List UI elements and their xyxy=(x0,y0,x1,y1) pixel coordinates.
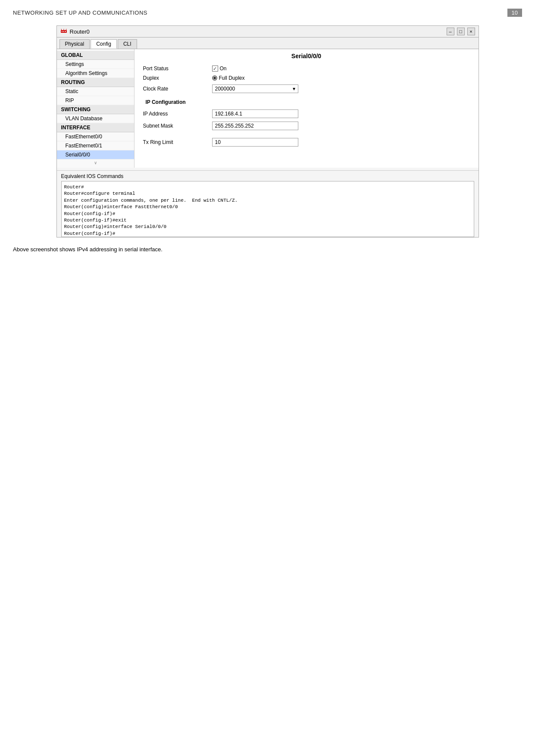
clock-rate-dropdown[interactable]: 2000000 ▾ xyxy=(212,84,298,93)
terminal-box[interactable]: Router# Router#configure terminal Enter … xyxy=(61,181,474,237)
subnet-mask-value[interactable]: 255.255.255.252 xyxy=(212,122,298,130)
duplex-value: Full Duplex xyxy=(219,75,245,81)
sidebar-item-fastethernet0-1[interactable]: FastEthernet0/1 xyxy=(57,141,134,150)
title-bar: Router0 – □ × xyxy=(57,26,479,37)
window-body: GLOBAL Settings Algorithm Settings ROUTI… xyxy=(57,49,479,168)
sidebar-item-algorithm-settings[interactable]: Algorithm Settings xyxy=(57,69,134,78)
duplex-radio[interactable]: Full Duplex xyxy=(212,75,470,81)
sidebar-item-settings[interactable]: Settings xyxy=(57,60,134,69)
dropdown-arrow-icon: ▾ xyxy=(293,86,295,92)
ip-address-value[interactable]: 192.168.4.1 xyxy=(212,109,298,118)
tx-ring-label: Tx Ring Limit xyxy=(141,136,210,148)
clock-rate-label: Clock Rate xyxy=(141,83,210,95)
sidebar-section-routing: ROUTING xyxy=(57,78,134,87)
maximize-button[interactable]: □ xyxy=(457,28,465,35)
port-status-row: Port Status ✓ On xyxy=(141,64,472,73)
svg-point-1 xyxy=(61,31,62,32)
config-table: Port Status ✓ On Duplex Full Duple xyxy=(141,64,472,148)
sidebar-item-static[interactable]: Static xyxy=(57,87,134,96)
page-header: NETWORKING SET UP AND COMMUNICATIONS 10 xyxy=(13,9,522,17)
router-window: Router0 – □ × Physical Config CLI GLOBAL… xyxy=(56,25,479,237)
ip-address-row: IP Address 192.168.4.1 xyxy=(141,108,472,120)
equivalent-label: Equivalent IOS Commands xyxy=(61,173,474,179)
scroll-indicator: ∨ xyxy=(57,159,134,166)
equivalent-section: Equivalent IOS Commands Router# Router#c… xyxy=(57,170,479,237)
svg-line-6 xyxy=(66,29,66,30)
duplex-row: Duplex Full Duplex xyxy=(141,73,472,83)
page-title: NETWORKING SET UP AND COMMUNICATIONS xyxy=(13,9,147,16)
title-bar-left: Router0 xyxy=(60,28,90,35)
svg-point-2 xyxy=(63,31,64,32)
router-icon xyxy=(60,28,67,35)
checkbox-icon[interactable]: ✓ xyxy=(212,66,218,72)
port-status-label: Port Status xyxy=(141,64,210,73)
window-title: Router0 xyxy=(70,28,90,35)
tx-ring-row: Tx Ring Limit 10 xyxy=(141,136,472,148)
minimize-button[interactable]: – xyxy=(447,28,454,35)
tx-ring-value[interactable]: 10 xyxy=(212,138,298,147)
port-status-checkbox[interactable]: ✓ On xyxy=(212,66,470,72)
sidebar-item-serial0-0-0[interactable]: Serial0/0/0 xyxy=(57,150,134,159)
sidebar-item-rip[interactable]: RIP xyxy=(57,96,134,105)
duplex-label: Duplex xyxy=(141,73,210,83)
ip-address-label: IP Address xyxy=(141,108,210,120)
right-panel: Serial0/0/0 Port Status ✓ On Duplex xyxy=(135,49,479,168)
tab-bar: Physical Config CLI xyxy=(57,37,479,49)
subnet-mask-label: Subnet Mask xyxy=(141,120,210,132)
tab-cli[interactable]: CLI xyxy=(118,39,137,49)
ip-config-label: IP Configuration xyxy=(143,97,470,106)
sidebar-section-global: GLOBAL xyxy=(57,51,134,60)
duplex-radio-dot xyxy=(212,75,217,81)
subnet-mask-row: Subnet Mask 255.255.255.252 xyxy=(141,120,472,132)
tab-physical[interactable]: Physical xyxy=(59,39,90,49)
port-status-value: On xyxy=(220,66,227,72)
tab-config[interactable]: Config xyxy=(91,39,117,49)
close-button[interactable]: × xyxy=(467,28,475,35)
sidebar-section-interface: INTERFACE xyxy=(57,123,134,132)
sidebar-item-fastethernet0-0[interactable]: FastEthernet0/0 xyxy=(57,132,134,141)
svg-line-4 xyxy=(61,29,62,30)
page-number: 10 xyxy=(507,9,522,17)
panel-title: Serial0/0/0 xyxy=(141,53,472,59)
ip-config-row: IP Configuration xyxy=(141,95,472,108)
clock-rate-row: Clock Rate 2000000 ▾ xyxy=(141,83,472,95)
clock-rate-value: 2000000 xyxy=(215,86,235,92)
sidebar-item-vlan-database[interactable]: VLAN Database xyxy=(57,114,134,123)
svg-point-3 xyxy=(65,31,66,32)
sidebar-section-switching: SWITCHING xyxy=(57,105,134,114)
caption-text: Above screenshot shows IPv4 addressing i… xyxy=(13,246,522,253)
sidebar: GLOBAL Settings Algorithm Settings ROUTI… xyxy=(57,49,135,168)
window-controls: – □ × xyxy=(447,28,475,35)
